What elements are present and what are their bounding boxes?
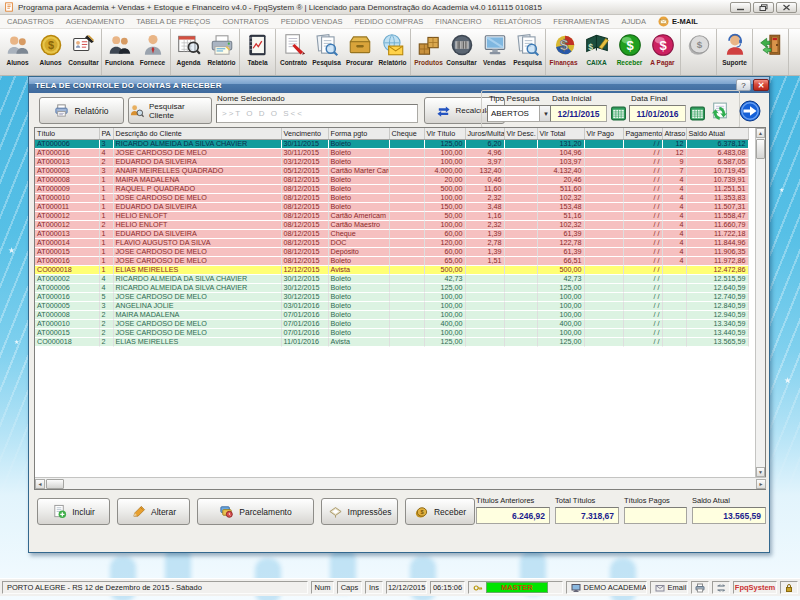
table-row[interactable]: AT0000151JOSE CARDOSO DE MELO08/12/2015D…: [35, 248, 748, 257]
table-row[interactable]: AT0000111EDUARDO DA SILVEIRA08/12/2015Bo…: [35, 203, 748, 212]
column-header-pa[interactable]: PA: [99, 128, 113, 140]
toolbar-alunos-button[interactable]: Alunos: [1, 30, 34, 75]
table-row[interactable]: AT0000122HELIO ENLOFT08/12/2015Cartão Ma…: [35, 221, 748, 230]
toolbar-financas-button[interactable]: $Finanças: [547, 30, 580, 75]
toolbar-a-pagar-button[interactable]: $A Pagar: [646, 30, 679, 75]
toolbar-tabela-button[interactable]: Tabela: [241, 30, 274, 75]
horizontal-scroll-thumb[interactable]: [46, 479, 64, 489]
vertical-scrollbar[interactable]: ▲ ▼: [755, 128, 765, 477]
column-header-vencimento[interactable]: Vencimento: [281, 128, 328, 140]
status-email-cell[interactable]: Email: [650, 581, 689, 594]
impressoes-button[interactable]: Impressões: [321, 498, 398, 525]
scroll-right-button[interactable]: ►: [756, 479, 766, 489]
column-header-atraso[interactable]: Atraso: [662, 128, 686, 140]
toolbar-procurar-button[interactable]: Procurar: [343, 30, 376, 75]
menu-agendamento[interactable]: AGENDAMENTO: [66, 17, 125, 26]
table-row[interactable]: AT0000064RICARDO ALMEIDA DA SILVA CHAVIE…: [35, 284, 748, 293]
column-header-descricao-do-cliente[interactable]: Descrição do Cliente: [113, 128, 281, 140]
column-header-vlr-total[interactable]: Vlr Total: [537, 128, 584, 140]
column-header-vlr-titulo[interactable]: Vlr Título: [424, 128, 465, 140]
table-row[interactable]: AT0000082MAIRA MADALENA07/01/2016Boleto1…: [35, 311, 748, 320]
column-header-forma-pgto[interactable]: Forma pgto: [328, 128, 389, 140]
toolbar-consultar-button[interactable]: Consultar: [445, 30, 478, 75]
table-row[interactable]: AT0000165JOSE CARDOSO DE MELO30/12/2015B…: [35, 293, 748, 302]
toolbar-alunos-button[interactable]: $Alunos: [34, 30, 67, 75]
table-row[interactable]: AT0000161JOSE CARDOSO DE MELO08/12/2015B…: [35, 257, 748, 266]
end-date-input[interactable]: 11/01/2016: [629, 105, 686, 122]
receber-button[interactable]: $Receber: [405, 498, 475, 525]
table-row[interactable]: AT0000024RICARDO ALMEIDA DA SILVA CHAVIE…: [35, 275, 748, 284]
minimize-button[interactable]: [730, 2, 751, 13]
table-row[interactable]: AT0000101JOSE CARDOSO DE MELO08/12/2015B…: [35, 194, 748, 203]
menu-e-mail[interactable]: E-MAIL: [658, 16, 698, 27]
toolbar-relatorio-button[interactable]: Relatório: [205, 30, 238, 75]
close-button[interactable]: [776, 2, 797, 13]
table-row[interactable]: AT0000132EDUARDO DA SILVEIRA03/12/2015Bo…: [35, 158, 748, 167]
toolbar-caixa-button[interactable]: $CAIXA: [580, 30, 613, 75]
toolbar-vendas-button[interactable]: Vendas: [478, 30, 511, 75]
horizontal-scrollbar[interactable]: ◄ ►: [35, 477, 766, 489]
end-date-calendar-button[interactable]: [689, 105, 706, 122]
table-row[interactable]: AT0000131EDUARDO DA SILVEIRA08/12/2015Ch…: [35, 230, 748, 239]
table-row[interactable]: AT0000152JOSE CARDOSO DE MELO07/01/2016B…: [35, 329, 748, 338]
scroll-left-button[interactable]: ◄: [35, 479, 45, 489]
column-header-juros-multa[interactable]: Juros/Multa: [465, 128, 504, 140]
menu-ferramentas[interactable]: FERRAMENTAS: [553, 17, 609, 26]
table-row[interactable]: AT0000121HELIO ENLOFT08/12/2015Cartão Am…: [35, 212, 748, 221]
toolbar-produtos-button[interactable]: Produtos: [412, 30, 445, 75]
table-row[interactable]: AT0000164JOSE CARDOSO DE MELO30/11/2015B…: [35, 149, 748, 158]
menu-contratos[interactable]: CONTRATOS: [222, 17, 268, 26]
table-row[interactable]: AT0000091RAQUEL P QUADRADO08/12/2015Bole…: [35, 185, 748, 194]
menu-relatorios[interactable]: RELATÓRIOS: [494, 17, 542, 26]
toolbar-relatorio-button[interactable]: Relatório: [376, 30, 409, 75]
toolbar-contrato-button[interactable]: Contrato: [277, 30, 310, 75]
toolbar-agenda-button[interactable]: Agenda: [172, 30, 205, 75]
column-header-saldo-atual[interactable]: Saldo Atual: [686, 128, 748, 140]
incluir-button[interactable]: Incluir: [37, 498, 110, 525]
restore-button[interactable]: [753, 2, 774, 13]
panel-close-button[interactable]: ✕: [753, 79, 769, 91]
selected-name-input[interactable]: >>T O D O S<<: [216, 104, 418, 123]
toolbar-fornece-button[interactable]: Fornece: [136, 30, 169, 75]
table-row[interactable]: CO0000182ELIAS MEIRELLES11/01/2016Avista…: [35, 338, 748, 347]
table-row[interactable]: AT0000081MAIRA MADALENA08/12/2015Boleto2…: [35, 176, 748, 185]
table-row[interactable]: AT0000063RICARDO ALMEIDA DA SILVA CHAVIE…: [35, 140, 748, 149]
table-row[interactable]: AT0000053ANGELINA JOLIE03/01/2016Boleto1…: [35, 302, 748, 311]
start-date-input[interactable]: 12/11/2015: [550, 105, 607, 122]
menu-pedido-compras[interactable]: PEDIDO COMPRAS: [354, 17, 423, 26]
toolbar-exit-door-button[interactable]: [754, 30, 787, 75]
menu-ajuda[interactable]: AJUDA: [621, 17, 646, 26]
table-row[interactable]: AT0000033ANAIR MEIRELLES QUADRADO05/12/2…: [35, 167, 748, 176]
menu-tabela-de-precos[interactable]: TABELA DE PREÇOS: [136, 17, 210, 26]
table-row[interactable]: CO0000181ELIAS MEIRELLES12/12/2015Avista…: [35, 266, 748, 275]
table-row[interactable]: AT0000141FLAVIO AUGUSTO DA SILVA08/12/20…: [35, 239, 748, 248]
search-client-button[interactable]: Pesquisar Cliente: [128, 97, 212, 124]
toolbar-consultar-button[interactable]: Consultar: [67, 30, 100, 75]
vertical-scroll-thumb[interactable]: [756, 139, 765, 159]
status-print-cell[interactable]: [691, 581, 709, 594]
menu-financeiro[interactable]: FINANCEIRO: [435, 17, 481, 26]
column-header-cheque[interactable]: Cheque: [389, 128, 424, 140]
search-type-select[interactable]: ABERTOS ▼: [487, 105, 553, 122]
menu-cadastros[interactable]: CADASTROS: [7, 17, 54, 26]
toolbar-silver-coin-button[interactable]: $: [682, 30, 715, 75]
menu-pedido-vendas[interactable]: PEDIDO VENDAS: [281, 17, 343, 26]
go-button[interactable]: [738, 99, 762, 123]
parcelamento-button[interactable]: Parcelamento: [197, 498, 314, 525]
toolbar-pesquisa-button[interactable]: Pesquisa: [511, 30, 544, 75]
column-header-pagamento[interactable]: Pagamento: [623, 128, 662, 140]
refresh-button[interactable]: [709, 101, 730, 122]
status-network-cell[interactable]: [712, 581, 730, 594]
column-header-vlr-desc[interactable]: Vlr Desc.: [504, 128, 537, 140]
table-row[interactable]: AT0000102JOSE CARDOSO DE MELO07/01/2016B…: [35, 320, 748, 329]
status-lock-cell[interactable]: [780, 581, 798, 594]
scroll-up-button[interactable]: ▲: [756, 128, 765, 138]
column-header-vlr-pago[interactable]: Vlr Pago: [584, 128, 623, 140]
column-header-titulo[interactable]: Título: [35, 128, 99, 140]
report-button[interactable]: Relatório: [39, 97, 124, 124]
toolbar-pesquisa-button[interactable]: Pesquisa: [310, 30, 343, 75]
scroll-down-button[interactable]: ▼: [756, 467, 765, 477]
start-date-calendar-button[interactable]: [610, 105, 627, 122]
toolbar-receber-button[interactable]: $Receber: [613, 30, 646, 75]
alterar-button[interactable]: Alterar: [117, 498, 190, 525]
